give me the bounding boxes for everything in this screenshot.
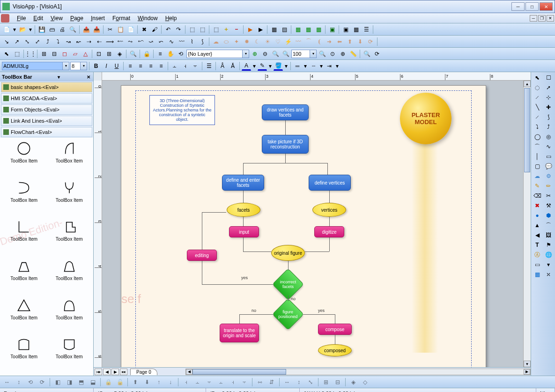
grid-button[interactable]: ▦: [269, 25, 279, 34]
print-button[interactable]: 🖨: [58, 25, 67, 34]
rp-ellipse-dashed[interactable]: ◌: [532, 83, 542, 92]
line-color-button[interactable]: ✎: [258, 61, 267, 71]
rp-polyline[interactable]: ⟋: [532, 93, 542, 102]
bt-same-w[interactable]: ↔: [282, 377, 292, 387]
connector-line[interactable]: [329, 237, 330, 251]
align-right-button[interactable]: ≡: [146, 61, 155, 71]
rp-spline[interactable]: ∿: [543, 142, 554, 151]
node-translate[interactable]: translate to the origin and scale: [220, 324, 259, 342]
sheet1-button[interactable]: ▦: [293, 25, 303, 34]
conn-4[interactable]: ⤢: [33, 37, 42, 46]
arrow-style-dd[interactable]: ▾: [335, 61, 340, 71]
shape-rarrow[interactable]: ➜: [325, 37, 334, 46]
align1-button[interactable]: ⊡: [94, 49, 104, 59]
toolbox-item[interactable]: ToolBox Item: [47, 218, 92, 256]
scroll-up-button[interactable]: ▲: [524, 81, 531, 87]
sidebar-cat-link-and-lines[interactable]: Link And Lines-<Eval>: [1, 116, 92, 126]
pan-button[interactable]: ✋: [166, 49, 175, 59]
table-button[interactable]: ▤: [280, 25, 289, 34]
select-rect-button[interactable]: ⬚: [12, 49, 22, 59]
mdi-minimize-button[interactable]: ─: [530, 15, 537, 22]
menu-format[interactable]: Format: [109, 14, 134, 22]
sheet2-button[interactable]: ▦: [303, 25, 313, 34]
open-button[interactable]: 📂: [18, 25, 27, 34]
shape-uarrow[interactable]: ⬆: [345, 37, 355, 46]
shape-heart[interactable]: ♡: [273, 37, 282, 46]
toolbox-item[interactable]: ToolBox Item: [47, 140, 92, 178]
conn-3[interactable]: ⤡: [22, 37, 32, 46]
rp-ellipse[interactable]: ◯: [532, 132, 542, 141]
shape-cloud[interactable]: ☁: [211, 37, 221, 46]
group-button[interactable]: ⬚: [187, 25, 197, 34]
brush-button[interactable]: 🖌: [150, 25, 159, 34]
node-composed[interactable]: composed: [318, 344, 352, 356]
rp-text[interactable]: T: [532, 240, 542, 250]
refresh-button[interactable]: ⟳: [372, 49, 382, 59]
bt-align-r[interactable]: ⫟: [204, 377, 215, 387]
rp-caret-left[interactable]: ◀: [532, 230, 542, 240]
snap1-button[interactable]: ⊞: [39, 49, 49, 59]
shape-arc[interactable]: ⌒: [304, 37, 313, 46]
bt-misc2[interactable]: ◇: [360, 377, 370, 387]
toolbox-item[interactable]: ToolBox Item: [2, 296, 46, 335]
toolbox-item[interactable]: ToolBox Item: [47, 257, 92, 296]
bt-3[interactable]: ⟲: [25, 377, 36, 387]
bt-dist-h[interactable]: ⇿: [255, 377, 265, 387]
node-define-vertices[interactable]: define vertices: [309, 175, 351, 191]
rp-flag[interactable]: ⚑: [543, 240, 554, 250]
layer-button[interactable]: ≡: [155, 49, 165, 59]
new-button[interactable]: 📄: [2, 25, 11, 34]
redo-button[interactable]: ↷: [174, 25, 183, 34]
hscroll-thumb[interactable]: [192, 369, 286, 375]
rp-button[interactable]: ▭: [532, 260, 542, 269]
rp-zigzag[interactable]: ⟋: [532, 112, 542, 122]
connector-line[interactable]: [243, 163, 244, 175]
layer-combo[interactable]: [186, 50, 243, 58]
connector-line[interactable]: [202, 212, 226, 213]
pause-button[interactable]: ▶: [256, 25, 265, 34]
line-style-dd[interactable]: ▾: [303, 61, 308, 71]
conn-15[interactable]: ⤻: [146, 37, 155, 46]
panel2-button[interactable]: ▦: [351, 25, 361, 34]
sidebar-cat-basic-shapes[interactable]: basic shapes-<Eval>: [1, 82, 92, 92]
bt-4[interactable]: ⟳: [37, 377, 47, 387]
drawing-page[interactable]: se f 3D (Three-Dimensional) Construction…: [121, 85, 486, 367]
connector-line[interactable]: [243, 191, 244, 203]
connector-line[interactable]: [285, 154, 286, 163]
bt-align-b[interactable]: ⫟: [239, 377, 250, 387]
toolbox-item[interactable]: ToolBox Item: [47, 296, 92, 335]
toolbox-item[interactable]: ToolBox Item: [2, 140, 46, 178]
toolbox-pin-button[interactable]: ▾: [57, 74, 61, 80]
rp-node-edit[interactable]: ⊹: [543, 93, 554, 102]
menu-insert[interactable]: Insert: [87, 14, 109, 22]
shape-darrow[interactable]: ⬇: [355, 37, 365, 46]
rp-roundrect[interactable]: ▢: [532, 162, 542, 171]
rp-arrow-add[interactable]: ➚: [543, 83, 554, 92]
rp-vline[interactable]: │: [532, 152, 542, 161]
fit-page-button[interactable]: ⊙: [328, 49, 337, 59]
zoom-out-button[interactable]: 🔍: [281, 49, 290, 59]
bt-lock[interactable]: 🔒: [103, 377, 113, 387]
shape-sun[interactable]: ☀: [263, 37, 272, 46]
fill-color-dd[interactable]: ▾: [284, 61, 289, 71]
sidebar-cat-flowchart[interactable]: FlowChart-<Eval>: [1, 127, 92, 137]
bt-fwd[interactable]: ↑: [154, 377, 164, 387]
connector-line[interactable]: [202, 284, 273, 285]
scroll-down-button[interactable]: ▼: [524, 361, 531, 367]
toolbox-item[interactable]: ToolBox Item: [2, 218, 46, 256]
rp-settings[interactable]: ⚒: [543, 201, 554, 210]
bt-align-t[interactable]: ⫠: [216, 377, 226, 387]
align-left-button[interactable]: ≡: [126, 61, 135, 71]
cut-button[interactable]: ✂: [105, 25, 115, 34]
shape-bolt[interactable]: ⚡: [283, 37, 293, 46]
mdi-close-button[interactable]: ✕: [547, 15, 554, 22]
rp-connector2[interactable]: ⤴: [543, 122, 554, 132]
layout1-button[interactable]: ▣: [327, 25, 337, 34]
fill-color-button[interactable]: 🪣: [274, 61, 283, 71]
conn-14[interactable]: ⬿: [136, 37, 145, 46]
sidebar-cat-form-objects[interactable]: Form Objects-<Eval>: [1, 104, 92, 115]
connector-line[interactable]: [243, 217, 244, 226]
connector-line[interactable]: [335, 335, 335, 344]
add-button[interactable]: ＋: [222, 25, 231, 34]
rp-caret-up[interactable]: ▲: [532, 221, 542, 230]
